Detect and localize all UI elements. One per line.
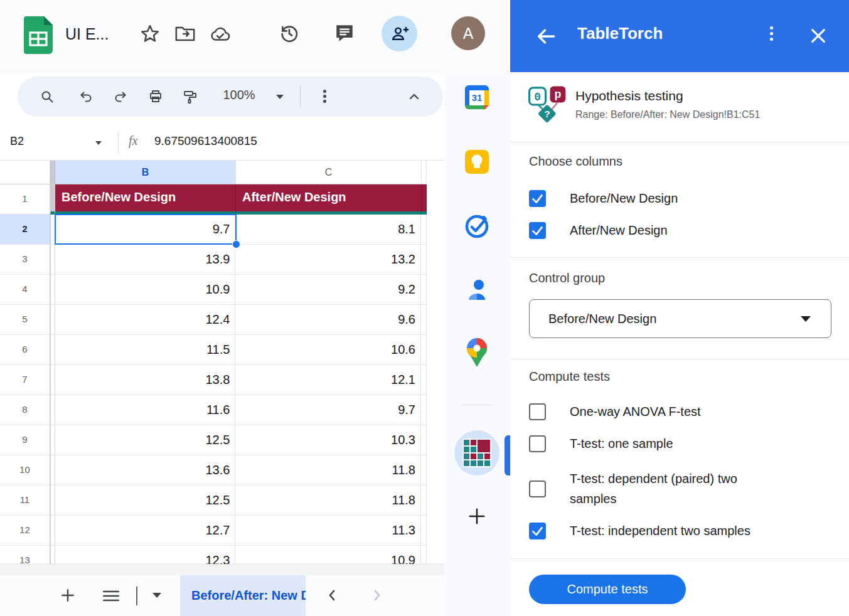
checkbox-checked[interactable] — [529, 222, 546, 239]
checkbox-row[interactable]: One-way ANOVA F-test — [529, 398, 830, 425]
checkbox-row[interactable]: After/New Design — [529, 216, 830, 244]
data-cell[interactable]: 10.9 — [55, 275, 236, 305]
undo-icon[interactable] — [78, 89, 93, 104]
row-number[interactable]: 8 — [0, 395, 50, 425]
column-header-sliver[interactable] — [422, 161, 427, 184]
checkbox-unchecked[interactable] — [529, 403, 546, 420]
tasks-icon[interactable] — [464, 213, 490, 240]
name-box-caret-icon[interactable] — [95, 141, 102, 145]
row-number[interactable]: 5 — [0, 305, 50, 335]
data-cell[interactable]: 11.3 — [235, 516, 421, 546]
data-cell[interactable]: 9.7 — [235, 395, 421, 425]
data-cell[interactable]: 11.5 — [55, 335, 236, 365]
header-cell[interactable]: After/New Design — [236, 184, 422, 215]
row-number[interactable]: 7 — [0, 365, 50, 395]
data-cell[interactable]: 13.2 — [235, 245, 421, 275]
data-cell[interactable]: 13.8 — [55, 365, 236, 395]
partial-cell[interactable] — [421, 335, 427, 365]
header-cell[interactable]: Before/New Design — [55, 184, 236, 215]
zoom-level[interactable]: 100% — [215, 88, 264, 102]
document-title[interactable]: UI E... — [65, 25, 109, 43]
partial-cell[interactable] — [422, 184, 427, 215]
data-cell[interactable]: 9.2 — [235, 275, 421, 305]
row-number[interactable]: 12 — [0, 516, 50, 546]
data-cell[interactable]: 10.6 — [235, 335, 421, 365]
partial-cell[interactable] — [421, 546, 427, 564]
get-addons-icon[interactable] — [467, 507, 486, 526]
cell-selection-outline[interactable] — [55, 214, 237, 245]
checkbox-checked[interactable] — [529, 523, 546, 539]
keep-icon[interactable] — [464, 149, 489, 174]
data-cell[interactable]: 12.1 — [235, 365, 421, 395]
maps-icon[interactable] — [465, 337, 489, 368]
active-sheet-tab[interactable]: Before/After: New Design — [180, 575, 306, 616]
fill-handle[interactable] — [232, 240, 240, 248]
partial-cell[interactable] — [421, 305, 427, 335]
row-number[interactable]: 10 — [0, 455, 50, 486]
print-icon[interactable] — [148, 89, 163, 104]
row-number[interactable]: 6 — [0, 335, 50, 365]
data-cell[interactable]: 10.9 — [235, 546, 421, 564]
row-number[interactable]: 4 — [0, 275, 50, 305]
partial-cell[interactable] — [421, 486, 427, 516]
checkbox-row[interactable]: T-test: dependent (paired) two samples — [529, 460, 830, 518]
checkbox-checked[interactable] — [529, 190, 546, 207]
next-sheets-icon[interactable] — [369, 588, 384, 603]
grid-corner[interactable] — [0, 161, 50, 184]
back-icon[interactable] — [535, 26, 557, 47]
paint-format-icon[interactable] — [183, 89, 198, 104]
close-icon[interactable] — [808, 26, 828, 46]
panel-menu-kebab[interactable] — [767, 24, 776, 43]
sheets-logo-icon[interactable] — [24, 16, 53, 54]
data-cell[interactable]: 12.5 — [55, 425, 236, 455]
account-avatar[interactable]: A — [451, 16, 485, 50]
partial-cell[interactable] — [421, 395, 427, 425]
partial-cell[interactable] — [421, 425, 427, 455]
data-cell[interactable]: 11.8 — [235, 486, 421, 516]
partial-cell[interactable] — [421, 215, 427, 245]
partial-cell[interactable] — [421, 455, 427, 486]
add-sheet-icon[interactable] — [60, 587, 76, 603]
checkbox-unchecked[interactable] — [529, 481, 546, 497]
search-icon[interactable] — [40, 89, 55, 104]
data-cell[interactable]: 12.5 — [55, 486, 236, 516]
checkbox-row[interactable]: Before/New Design — [529, 184, 830, 212]
sheet-tab-caret-icon[interactable] — [152, 593, 161, 598]
checkbox-row[interactable]: T-test: one sample — [529, 430, 830, 457]
row-number[interactable]: 1 — [0, 184, 50, 215]
row-number[interactable]: 13 — [0, 546, 50, 564]
data-cell[interactable]: 8.1 — [235, 215, 421, 245]
data-cell[interactable]: 12.7 — [55, 516, 236, 546]
contacts-icon[interactable] — [464, 276, 490, 302]
all-sheets-menu-icon[interactable] — [102, 589, 120, 603]
data-cell[interactable]: 13.6 — [55, 455, 236, 486]
data-cell[interactable]: 9.6 — [235, 305, 421, 335]
compute-tests-button[interactable]: Compute tests — [529, 575, 686, 604]
row-number[interactable]: 3 — [0, 245, 50, 275]
comment-icon[interactable] — [334, 23, 355, 44]
prev-sheets-icon[interactable] — [325, 588, 340, 603]
formula-input[interactable]: 9.67509613400815 — [154, 134, 257, 148]
data-cell[interactable]: 12.4 — [55, 305, 236, 335]
name-box[interactable]: B2 — [10, 135, 24, 148]
column-header-b[interactable]: B — [55, 161, 236, 184]
partial-cell[interactable] — [421, 516, 427, 546]
partial-cell[interactable] — [421, 245, 427, 275]
column-header-c[interactable]: C — [236, 161, 422, 184]
data-cell[interactable]: 12.3 — [55, 546, 236, 564]
partial-cell[interactable] — [421, 365, 427, 395]
partial-sheet-tab[interactable] — [136, 587, 137, 605]
redo-icon[interactable] — [113, 89, 128, 104]
checkbox-row[interactable]: T-test: independent two samples — [529, 517, 830, 544]
row-number[interactable]: 11 — [0, 486, 50, 516]
tabletorch-addon-icon[interactable] — [454, 430, 499, 475]
control-group-select[interactable]: Before/New Design — [529, 299, 831, 338]
partial-cell[interactable] — [421, 275, 427, 305]
row-number[interactable]: 2 — [0, 215, 50, 245]
data-cell[interactable]: 13.9 — [55, 245, 236, 275]
data-cell[interactable]: 10.3 — [235, 425, 421, 455]
zoom-caret-icon[interactable] — [276, 95, 284, 99]
checkbox-unchecked[interactable] — [529, 435, 546, 452]
data-cell[interactable]: 11.6 — [55, 395, 236, 425]
row-number[interactable]: 9 — [0, 425, 50, 455]
